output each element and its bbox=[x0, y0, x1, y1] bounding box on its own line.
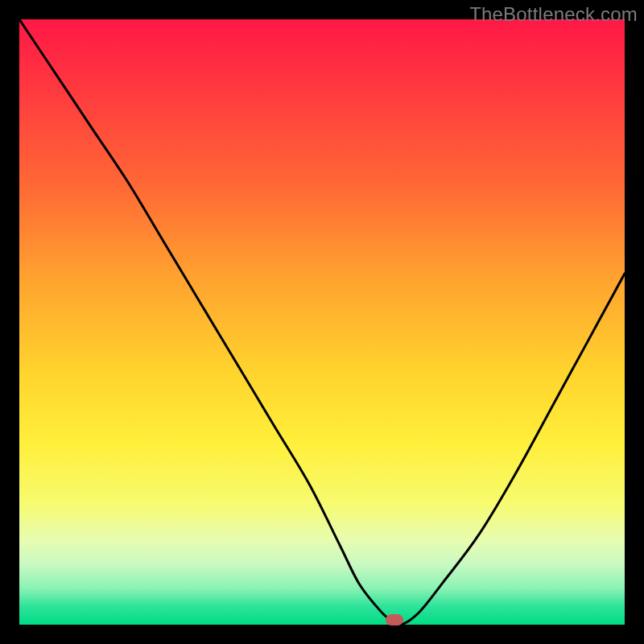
chart-frame: TheBottleneck.com bbox=[0, 0, 644, 644]
plot-area bbox=[19, 19, 625, 625]
bottleneck-curve bbox=[19, 19, 625, 625]
optimal-marker bbox=[386, 614, 403, 625]
watermark-text: TheBottleneck.com bbox=[469, 3, 638, 26]
